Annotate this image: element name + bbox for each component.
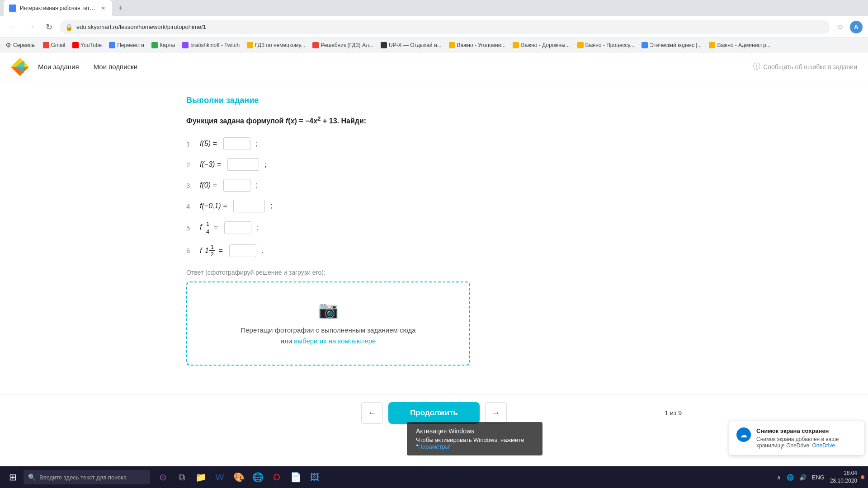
taskbar-app-opera[interactable]: O [268,468,286,486]
item-number: 4 [186,202,195,210]
ethical-icon [642,42,648,48]
item-formula: f(−3) = [200,160,221,169]
nav-my-tasks[interactable]: Мои задания [38,63,79,70]
taskbar-app-paint[interactable]: 🎨 [230,468,248,486]
network-icon[interactable]: 🌐 [785,474,796,481]
taskbar-app-cortana[interactable]: ⊙ [154,468,172,486]
answer-item-4: 4 f(−0,1) = ; [186,200,682,212]
bookmark-label: Важно - Администр... [717,42,770,48]
bookmark-maps[interactable]: Карты [151,42,175,48]
active-tab[interactable]: Интерактивная рабочая тетра... ✕ [4,0,112,16]
app-header: Мои задания Мои подписки ⓘ Сообщить об о… [0,52,868,81]
clock-time: 18:04 [830,469,857,477]
bookmark-services[interactable]: ⚙ Сервисы [5,42,36,49]
cortana-icon: ⊙ [159,472,167,483]
youtube-icon [72,42,79,48]
page-counter: 1 из 9 [665,409,682,417]
taskbar-app-files[interactable]: 📄 [287,468,305,486]
continue-button[interactable]: Продолжить [388,402,480,424]
bookmark-star-button[interactable]: ☆ [834,21,846,33]
tray-chevron[interactable]: ∧ [775,474,783,481]
upload-or-text: или [281,337,292,345]
taskbar-app-taskview[interactable]: ⧉ [173,468,191,486]
app-nav: Мои задания Мои подписки [38,63,137,70]
upload-label: Ответ (сфотографируй решение и загрузи е… [186,269,682,276]
prev-button[interactable]: ← [361,402,383,424]
separator: ; [256,140,258,148]
opera-icon: O [273,472,280,483]
forward-button[interactable]: → [24,20,38,34]
separator: ; [257,224,259,232]
browser-chrome: Интерактивная рабочая тетра... ✕ + ← → ↻… [0,0,868,52]
profile-button[interactable]: А [850,21,863,33]
app-logo[interactable] [11,58,29,76]
answer-list: 1 f(5) = ; 2 f(−3) = ; 3 f(0) = ; 4 f(−0… [186,137,682,258]
separator: ; [270,202,272,210]
chrome-icon: 🌐 [252,472,264,483]
upload-file-link[interactable]: выбери их на компьютере [294,337,376,345]
bookmark-twitch[interactable]: bratishkinoff - Twitch [182,42,240,48]
star-icon [449,42,455,48]
win-activate-link[interactable]: Параметры [418,443,449,450]
answer-input-6[interactable] [229,244,256,257]
onedrive-link[interactable]: OneDrive [812,442,835,449]
bookmark-reshebnik[interactable]: Решебник (ГДЗ) Ал... [312,42,373,48]
answer-input-5[interactable] [224,221,251,234]
back-button[interactable]: ← [5,20,20,34]
answer-item-5: 5 f 1 4 = ; [186,221,682,235]
item-number: 1 [186,140,195,148]
item-formula: f 1 4 = [200,221,218,235]
taskbar-app-image[interactable]: 🖼 [306,468,324,486]
bookmark-label: YouTube [80,42,102,48]
system-clock[interactable]: 18:04 28.10.2020 [830,469,857,485]
answer-input-3[interactable] [223,179,250,192]
start-button[interactable]: ⊞ [4,468,22,486]
bookmark-youtube[interactable]: YouTube [72,42,102,48]
gmail-icon [43,42,49,48]
onedrive-notification: ☁ Снимок экрана сохранен Снимок экрана д… [729,421,864,455]
item-number: 2 [186,161,195,169]
answer-input-4[interactable] [233,200,265,212]
answer-input-2[interactable] [227,158,259,171]
bookmarks-bar: ⚙ Сервисы Gmail YouTube Перевести Карты … [0,38,868,52]
taskbar-app-explorer[interactable]: 📁 [192,468,210,486]
bookmark-label: bratishkinoff - Twitch [190,42,240,48]
address-bar[interactable]: 🔒 edu.skysmart.ru/lesson/homework/piruto… [60,20,830,34]
bookmark-important1[interactable]: Важно - Уголовни... [449,42,506,48]
tab-close-button[interactable]: ✕ [99,5,107,12]
bookmark-upx[interactable]: UP-X — Отдыхай и... [381,42,442,48]
volume-icon[interactable]: 🔊 [797,474,808,481]
nav-bar: ← → ↻ 🔒 edu.skysmart.ru/lesson/homework/… [0,16,868,38]
upload-dropzone[interactable]: 📷 Перетащи фотографии с выполненным зада… [186,282,470,366]
answer-item-1: 1 f(5) = ; [186,137,682,150]
windows-activation-banner: Активация Windows Чтобы активировать Win… [407,422,542,455]
answer-input-1[interactable] [223,137,250,150]
item-formula: f(5) = [200,140,217,148]
bookmark-label: Сервисы [13,42,36,48]
item-formula: f(0) = [200,181,217,189]
lang-indicator[interactable]: ENG [810,474,826,481]
item-number: 5 [186,224,195,232]
bookmark-gmail[interactable]: Gmail [43,42,65,48]
task-description: Функция задана формулой f(x) = −4x2 + 13… [186,114,682,127]
next-button[interactable]: → [485,402,507,424]
bookmark-important2[interactable]: Важно - Дорожны... [513,42,570,48]
taskbar-app-word[interactable]: W [211,468,229,486]
report-error-button[interactable]: ⓘ Сообщить об ошибке в задании [753,62,857,71]
reload-button[interactable]: ↻ [42,20,56,34]
bookmark-translate[interactable]: Перевести [109,42,144,48]
main-content: Выполни задание Функция задана формулой … [0,81,868,394]
nav-my-subscriptions[interactable]: Мои подписки [94,63,137,70]
bookmark-important3[interactable]: Важно - Процессу... [577,42,635,48]
bookmark-important4[interactable]: Важно - Администр... [709,42,770,48]
taskbar-search[interactable]: 🔍 Введите здесь текст для поиска [24,470,150,484]
bookmark-ethical[interactable]: Этический кодекс |... [642,42,702,48]
gdz-icon [247,42,253,48]
camera-icon: 📷 [196,300,460,319]
bookmark-gdz[interactable]: ГДЗ по немецкому... [247,42,305,48]
taskview-icon: ⧉ [179,472,185,483]
bookmark-label: UP-X — Отдыхай и... [389,42,442,48]
new-tab-button[interactable]: + [114,2,127,14]
taskbar-app-chrome[interactable]: 🌐 [249,468,267,486]
star-icon [513,42,519,48]
